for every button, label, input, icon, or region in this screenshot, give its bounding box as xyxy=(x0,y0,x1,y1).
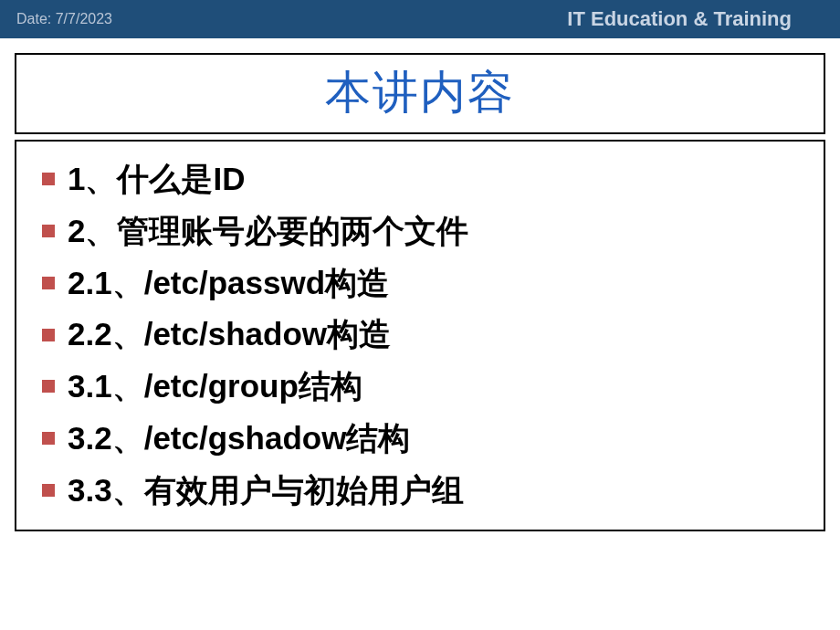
list-item: 2.1、/etc/passwd构造 xyxy=(42,260,805,307)
content-box: 1、什么是ID 2、管理账号必要的两个文件 2.1、/etc/passwd构造 … xyxy=(15,140,825,531)
date-value: 7/7/2023 xyxy=(56,11,112,26)
list-item: 1、什么是ID xyxy=(42,156,805,203)
header-date: Date: 7/7/2023 xyxy=(16,11,112,27)
header-brand: IT Education & Training xyxy=(567,7,792,31)
item-text: 3.1、/etc/group结构 xyxy=(68,363,362,410)
square-bullet-icon xyxy=(42,432,55,445)
slide-title: 本讲内容 xyxy=(16,62,824,123)
square-bullet-icon xyxy=(42,329,55,341)
square-bullet-icon xyxy=(42,225,55,237)
item-text: 1、什么是ID xyxy=(68,156,245,203)
item-text: 3.2、/etc/gshadow结构 xyxy=(68,415,410,462)
square-bullet-icon xyxy=(42,173,55,185)
header-bar: Date: 7/7/2023 IT Education & Training xyxy=(0,0,840,38)
item-text: 2.2、/etc/shadow构造 xyxy=(68,311,391,358)
title-box: 本讲内容 xyxy=(15,53,825,134)
list-item: 3.3、有效用户与初始用户组 xyxy=(42,467,805,514)
list-item: 2.2、/etc/shadow构造 xyxy=(42,311,805,358)
list-item: 3.2、/etc/gshadow结构 xyxy=(42,415,805,462)
square-bullet-icon xyxy=(42,380,55,393)
list-item: 2、管理账号必要的两个文件 xyxy=(42,208,805,255)
item-text: 2.1、/etc/passwd构造 xyxy=(68,260,389,307)
square-bullet-icon xyxy=(42,484,55,497)
item-text: 2、管理账号必要的两个文件 xyxy=(68,208,468,255)
square-bullet-icon xyxy=(42,277,55,289)
list-item: 3.1、/etc/group结构 xyxy=(42,363,805,410)
item-text: 3.3、有效用户与初始用户组 xyxy=(68,467,464,514)
date-prefix: Date: xyxy=(16,11,56,26)
